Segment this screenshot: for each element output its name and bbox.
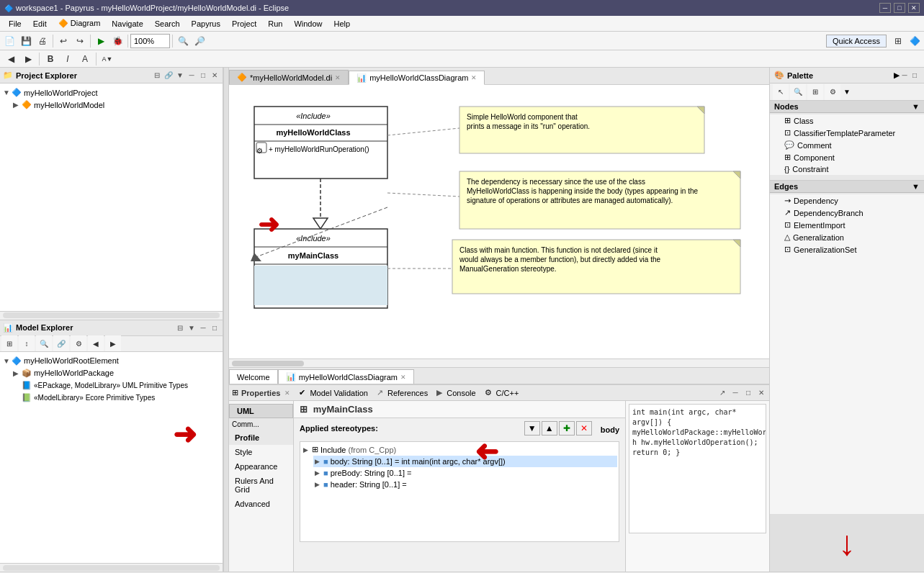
props-open-editor-button[interactable]: ↗: [717, 388, 727, 398]
tab-welcome[interactable]: Welcome: [229, 369, 278, 384]
quick-access-button[interactable]: Quick Access: [826, 35, 887, 48]
cpp-tab[interactable]: C/C++: [496, 389, 519, 397]
class-tab-close-2[interactable]: ✕: [400, 374, 406, 381]
tree-item-modellibrary[interactable]: 📗 «ModelLibrary» Ecore Primitive Types: [13, 392, 220, 404]
project-scrollbar[interactable]: [0, 311, 223, 320]
close-button[interactable]: ✕: [908, 3, 920, 13]
tab-di-file[interactable]: 🔶 *myHelloWorldModel.di ✕: [229, 70, 349, 84]
zoom-in-button[interactable]: 🔍: [175, 33, 191, 49]
palette-settings-btn[interactable]: ⚙: [825, 84, 840, 100]
stereo-item-include[interactable]: ▶ ⊞ Include (from C_Cpp): [302, 443, 617, 456]
stereo-remove-btn[interactable]: ✕: [576, 421, 592, 436]
menu-navigate[interactable]: Navigate: [106, 18, 148, 30]
diagram-area[interactable]: «Include» myHelloWorldClass ⚙ + myHelloW…: [229, 85, 769, 358]
menu-window[interactable]: Window: [288, 18, 328, 30]
stereo-item-header[interactable]: ▶ ■ header: String [0..1] =: [313, 479, 617, 490]
nav-profile[interactable]: Profile: [229, 430, 293, 445]
print-button[interactable]: 🖨: [35, 33, 50, 49]
run-button[interactable]: ▶: [93, 33, 109, 49]
stereo-add-btn[interactable]: ✚: [559, 421, 575, 436]
model-tb-btn-6[interactable]: ◀: [88, 335, 104, 351]
palette-item-generalization[interactable]: △ Generalization: [770, 231, 924, 243]
new-button[interactable]: 📄: [1, 33, 17, 49]
tree-item-project[interactable]: ▼ 🔷 myHelloWorldProject: [3, 86, 220, 99]
debug-button[interactable]: 🐞: [109, 33, 125, 49]
tree-item-model[interactable]: ▶ 🔶 myHelloWorldModel: [13, 99, 220, 111]
model-validation-tab[interactable]: Model Validation: [310, 389, 368, 397]
palette-item-element-import[interactable]: ⊡ ElementImport: [770, 219, 924, 231]
tree-item-epackage[interactable]: 📘 «EPackage, ModelLibrary» UML Primitive…: [13, 379, 220, 392]
nav-style[interactable]: Style: [229, 445, 293, 459]
nav-comments[interactable]: Comm...: [229, 418, 293, 430]
model-scrollbar[interactable]: [0, 563, 223, 572]
bold-button[interactable]: B: [42, 51, 58, 67]
papyrus-perspective-button[interactable]: 🔷: [907, 33, 923, 49]
tab-class-diagram-bottom[interactable]: 📊 myHelloWorldClassDiagram ✕: [278, 369, 414, 384]
close-panel-button[interactable]: ✕: [210, 71, 220, 81]
model-maximize-button[interactable]: □: [210, 322, 220, 333]
open-perspective-button[interactable]: ⊞: [890, 33, 906, 49]
nav-appearance[interactable]: Appearance: [229, 459, 293, 474]
model-tb-btn-2[interactable]: ↕: [19, 335, 35, 351]
redo-button[interactable]: ↪: [72, 33, 88, 49]
model-tb-btn-3[interactable]: 🔍: [36, 335, 52, 351]
stereo-item-prebody[interactable]: ▶ ■ preBody: String [0..1] =: [313, 467, 617, 479]
tree-item-package[interactable]: ▶ 📦 myHelloWorldPackage: [13, 367, 220, 379]
class-tab-close[interactable]: ✕: [471, 74, 477, 81]
nav-uml[interactable]: UML: [229, 404, 293, 418]
props-maximize-button[interactable]: □: [743, 388, 753, 398]
italic-button[interactable]: I: [60, 51, 76, 67]
palette-item-dependency-branch[interactable]: ↗ DependencyBranch: [770, 207, 924, 219]
palette-item-constraint[interactable]: {} Constraint: [770, 163, 924, 175]
nav-rulers[interactable]: Rulers And Grid: [229, 474, 293, 497]
stereo-item-body[interactable]: ▶ ■ body: String [0..1] = int main(int a…: [313, 456, 617, 467]
menu-run[interactable]: Run: [262, 18, 288, 30]
palette-group-btn[interactable]: ⊞: [807, 84, 823, 100]
menu-edit[interactable]: Edit: [27, 18, 53, 30]
stereo-down-btn[interactable]: ▼: [524, 421, 540, 436]
console-tab[interactable]: Console: [447, 389, 475, 397]
resize-handle-left[interactable]: [223, 68, 229, 572]
menu-project[interactable]: Project: [226, 18, 262, 30]
palette-select-btn[interactable]: ↖: [773, 84, 789, 100]
model-menu-button[interactable]: ▼: [187, 322, 197, 333]
di-tab-close[interactable]: ✕: [335, 74, 341, 81]
zoom-input[interactable]: [130, 34, 170, 48]
props-close-button[interactable]: ✕: [756, 388, 766, 398]
menu-papyrus[interactable]: Papyrus: [186, 18, 226, 30]
body-code[interactable]: int main(int argc, char* argv[]) { myHel…: [629, 404, 766, 533]
forward-button[interactable]: ▶: [20, 51, 36, 67]
palette-expand-icon[interactable]: ▶: [894, 71, 900, 79]
palette-section-edges[interactable]: Edges ▼: [770, 181, 924, 193]
save-button[interactable]: 💾: [18, 33, 34, 49]
back-button[interactable]: ◀: [3, 51, 19, 67]
menu-file[interactable]: File: [3, 18, 27, 30]
palette-item-dependency[interactable]: ↗ Dependency: [770, 194, 924, 207]
props-minimize-button[interactable]: ─: [730, 388, 740, 398]
palette-zoom-btn[interactable]: 🔍: [790, 84, 806, 100]
palette-item-gen-set[interactable]: ⊡ GeneralizationSet: [770, 243, 924, 256]
maximize-panel-button[interactable]: □: [198, 71, 208, 81]
model-tb-btn-1[interactable]: ⊞: [1, 335, 17, 351]
link-editor-button[interactable]: 🔗: [163, 71, 174, 81]
maximize-button[interactable]: □: [894, 3, 905, 13]
stereo-tree[interactable]: ▶ ⊞ Include (from C_Cpp) ▶ ■ body: Strin…: [300, 441, 619, 542]
zoom-out-button[interactable]: 🔎: [192, 33, 207, 49]
minimize-panel-button[interactable]: ─: [187, 71, 197, 81]
model-minimize-button[interactable]: ─: [198, 322, 208, 333]
diagram-scrollbar-h[interactable]: [229, 358, 769, 367]
menu-help[interactable]: Help: [328, 18, 356, 30]
palette-item-classifier[interactable]: ⊡ ClassifierTemplateParameter: [770, 127, 924, 139]
menu-diagram[interactable]: 🔶 Diagram: [53, 17, 107, 30]
palette-item-comment[interactable]: 💬 Comment: [770, 139, 924, 151]
model-tb-btn-7[interactable]: ▶: [105, 335, 121, 351]
properties-tab-x[interactable]: ✕: [284, 389, 290, 397]
tab-class-diagram[interactable]: 📊 myHelloWorldClassDiagram ✕: [349, 71, 485, 85]
model-collapse-button[interactable]: ⊟: [175, 322, 185, 333]
menu-search[interactable]: Search: [149, 18, 186, 30]
palette-section-nodes[interactable]: Nodes ▼: [770, 101, 924, 113]
palette-item-component[interactable]: ⊞ Component: [770, 151, 924, 163]
minimize-button[interactable]: ─: [879, 3, 891, 13]
model-tb-btn-5[interactable]: ⚙: [71, 335, 86, 351]
align-button[interactable]: A: [77, 51, 93, 67]
